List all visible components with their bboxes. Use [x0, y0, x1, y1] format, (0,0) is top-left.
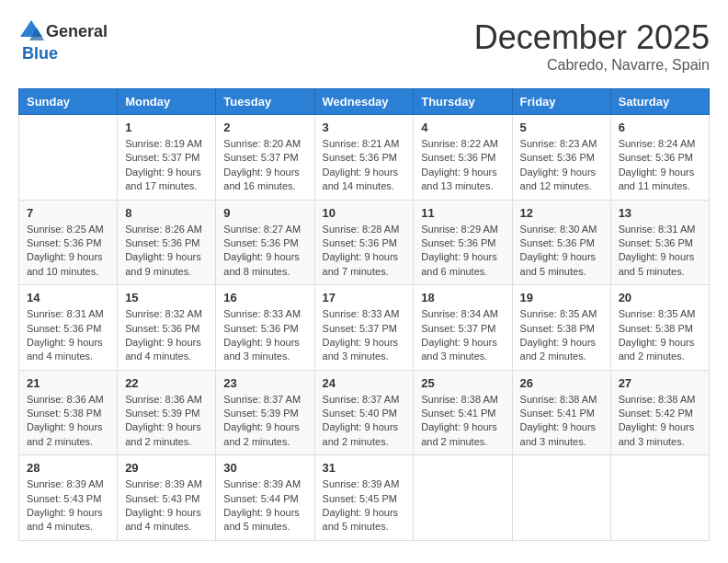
calendar-cell: 16Sunrise: 8:33 AM Sunset: 5:36 PM Dayli… — [216, 285, 314, 371]
month-title: December 2025 — [474, 18, 710, 57]
day-info: Sunrise: 8:29 AM Sunset: 5:36 PM Dayligh… — [421, 223, 504, 280]
logo-general: General — [46, 22, 108, 41]
weekday-header-thursday: Thursday — [414, 89, 512, 115]
day-info: Sunrise: 8:35 AM Sunset: 5:38 PM Dayligh… — [520, 307, 603, 364]
day-number: 24 — [323, 376, 406, 390]
calendar-cell: 3Sunrise: 8:21 AM Sunset: 5:36 PM Daylig… — [314, 115, 414, 201]
weekday-header-row: SundayMondayTuesdayWednesdayThursdayFrid… — [19, 89, 710, 115]
day-info: Sunrise: 8:19 AM Sunset: 5:37 PM Dayligh… — [125, 137, 208, 194]
calendar-cell — [512, 455, 610, 541]
calendar-cell: 19Sunrise: 8:35 AM Sunset: 5:38 PM Dayli… — [512, 285, 610, 371]
calendar-table: SundayMondayTuesdayWednesdayThursdayFrid… — [18, 88, 710, 541]
day-number: 9 — [223, 206, 306, 220]
calendar-cell: 7Sunrise: 8:25 AM Sunset: 5:36 PM Daylig… — [19, 200, 118, 285]
calendar-cell: 12Sunrise: 8:30 AM Sunset: 5:36 PM Dayli… — [512, 200, 610, 285]
logo: General Blue — [18, 18, 108, 63]
day-number: 17 — [323, 291, 406, 304]
title-block: December 2025 Cabredo, Navarre, Spain — [474, 18, 710, 74]
day-info: Sunrise: 8:31 AM Sunset: 5:36 PM Dayligh… — [27, 307, 109, 364]
day-number: 19 — [520, 291, 603, 304]
calendar-cell: 6Sunrise: 8:24 AM Sunset: 5:36 PM Daylig… — [610, 115, 709, 201]
weekday-header-tuesday: Tuesday — [216, 89, 314, 115]
day-number: 30 — [223, 461, 306, 475]
day-info: Sunrise: 8:33 AM Sunset: 5:36 PM Dayligh… — [223, 307, 306, 364]
page-header: General Blue December 2025 Cabredo, Nava… — [18, 18, 710, 74]
day-info: Sunrise: 8:27 AM Sunset: 5:36 PM Dayligh… — [223, 223, 306, 280]
day-info: Sunrise: 8:38 AM Sunset: 5:41 PM Dayligh… — [421, 393, 504, 450]
calendar-cell: 11Sunrise: 8:29 AM Sunset: 5:36 PM Dayli… — [414, 200, 512, 285]
calendar-week-row: 1Sunrise: 8:19 AM Sunset: 5:37 PM Daylig… — [19, 115, 710, 201]
calendar-week-row: 7Sunrise: 8:25 AM Sunset: 5:36 PM Daylig… — [19, 200, 710, 285]
day-number: 3 — [323, 121, 406, 134]
calendar-cell: 2Sunrise: 8:20 AM Sunset: 5:37 PM Daylig… — [216, 115, 314, 201]
calendar-cell — [19, 115, 118, 201]
day-number: 23 — [223, 376, 306, 390]
day-info: Sunrise: 8:20 AM Sunset: 5:37 PM Dayligh… — [223, 137, 306, 194]
day-number: 18 — [421, 291, 504, 304]
day-number: 21 — [27, 376, 109, 390]
day-number: 10 — [323, 206, 406, 220]
day-info: Sunrise: 8:23 AM Sunset: 5:36 PM Dayligh… — [520, 137, 603, 194]
calendar-week-row: 28Sunrise: 8:39 AM Sunset: 5:43 PM Dayli… — [19, 455, 710, 541]
calendar-week-row: 14Sunrise: 8:31 AM Sunset: 5:36 PM Dayli… — [19, 285, 710, 371]
day-info: Sunrise: 8:34 AM Sunset: 5:37 PM Dayligh… — [421, 307, 504, 364]
weekday-header-saturday: Saturday — [610, 89, 709, 115]
day-info: Sunrise: 8:31 AM Sunset: 5:36 PM Dayligh… — [619, 223, 701, 280]
day-info: Sunrise: 8:32 AM Sunset: 5:36 PM Dayligh… — [125, 307, 208, 364]
day-number: 27 — [619, 376, 701, 390]
day-info: Sunrise: 8:36 AM Sunset: 5:38 PM Dayligh… — [27, 393, 109, 450]
day-number: 22 — [125, 376, 208, 390]
day-info: Sunrise: 8:37 AM Sunset: 5:40 PM Dayligh… — [323, 393, 406, 450]
day-info: Sunrise: 8:38 AM Sunset: 5:42 PM Dayligh… — [619, 393, 701, 450]
day-info: Sunrise: 8:37 AM Sunset: 5:39 PM Dayligh… — [223, 393, 306, 450]
day-number: 8 — [125, 206, 208, 220]
calendar-cell — [414, 455, 512, 541]
calendar-cell: 13Sunrise: 8:31 AM Sunset: 5:36 PM Dayli… — [610, 200, 709, 285]
day-info: Sunrise: 8:38 AM Sunset: 5:41 PM Dayligh… — [520, 393, 603, 450]
calendar-cell: 17Sunrise: 8:33 AM Sunset: 5:37 PM Dayli… — [314, 285, 414, 371]
day-number: 7 — [27, 206, 109, 220]
calendar-cell: 23Sunrise: 8:37 AM Sunset: 5:39 PM Dayli… — [216, 370, 314, 455]
calendar-cell: 29Sunrise: 8:39 AM Sunset: 5:43 PM Dayli… — [118, 455, 216, 541]
logo-blue: Blue — [22, 44, 58, 63]
day-info: Sunrise: 8:30 AM Sunset: 5:36 PM Dayligh… — [520, 223, 603, 280]
weekday-header-monday: Monday — [118, 89, 216, 115]
calendar-cell: 10Sunrise: 8:28 AM Sunset: 5:36 PM Dayli… — [314, 200, 414, 285]
day-number: 11 — [421, 206, 504, 220]
day-number: 26 — [520, 376, 603, 390]
calendar-cell: 27Sunrise: 8:38 AM Sunset: 5:42 PM Dayli… — [610, 370, 709, 455]
day-number: 2 — [223, 121, 306, 134]
day-info: Sunrise: 8:39 AM Sunset: 5:44 PM Dayligh… — [223, 477, 306, 534]
day-info: Sunrise: 8:39 AM Sunset: 5:43 PM Dayligh… — [125, 477, 208, 534]
calendar-cell: 26Sunrise: 8:38 AM Sunset: 5:41 PM Dayli… — [512, 370, 610, 455]
day-info: Sunrise: 8:21 AM Sunset: 5:36 PM Dayligh… — [323, 137, 406, 194]
day-info: Sunrise: 8:36 AM Sunset: 5:39 PM Dayligh… — [125, 393, 208, 450]
calendar-cell: 15Sunrise: 8:32 AM Sunset: 5:36 PM Dayli… — [118, 285, 216, 371]
weekday-header-wednesday: Wednesday — [314, 89, 414, 115]
calendar-cell: 14Sunrise: 8:31 AM Sunset: 5:36 PM Dayli… — [19, 285, 118, 371]
calendar-cell: 28Sunrise: 8:39 AM Sunset: 5:43 PM Dayli… — [19, 455, 118, 541]
location-subtitle: Cabredo, Navarre, Spain — [474, 57, 710, 74]
calendar-week-row: 21Sunrise: 8:36 AM Sunset: 5:38 PM Dayli… — [19, 370, 710, 455]
calendar-cell: 4Sunrise: 8:22 AM Sunset: 5:36 PM Daylig… — [414, 115, 512, 201]
day-info: Sunrise: 8:39 AM Sunset: 5:45 PM Dayligh… — [323, 477, 406, 534]
day-number: 25 — [421, 376, 504, 390]
calendar-cell: 9Sunrise: 8:27 AM Sunset: 5:36 PM Daylig… — [216, 200, 314, 285]
day-number: 20 — [619, 291, 701, 304]
calendar-cell: 30Sunrise: 8:39 AM Sunset: 5:44 PM Dayli… — [216, 455, 314, 541]
day-number: 4 — [421, 121, 504, 134]
calendar-cell: 21Sunrise: 8:36 AM Sunset: 5:38 PM Dayli… — [19, 370, 118, 455]
day-number: 16 — [223, 291, 306, 304]
calendar-cell: 24Sunrise: 8:37 AM Sunset: 5:40 PM Dayli… — [314, 370, 414, 455]
day-number: 31 — [323, 461, 406, 475]
weekday-header-friday: Friday — [512, 89, 610, 115]
day-info: Sunrise: 8:26 AM Sunset: 5:36 PM Dayligh… — [125, 223, 208, 280]
calendar-cell: 31Sunrise: 8:39 AM Sunset: 5:45 PM Dayli… — [314, 455, 414, 541]
day-number: 28 — [27, 461, 109, 475]
day-number: 6 — [619, 121, 701, 134]
calendar-cell: 18Sunrise: 8:34 AM Sunset: 5:37 PM Dayli… — [414, 285, 512, 371]
day-info: Sunrise: 8:33 AM Sunset: 5:37 PM Dayligh… — [323, 307, 406, 364]
day-number: 13 — [619, 206, 701, 220]
day-info: Sunrise: 8:24 AM Sunset: 5:36 PM Dayligh… — [619, 137, 701, 194]
calendar-cell: 25Sunrise: 8:38 AM Sunset: 5:41 PM Dayli… — [414, 370, 512, 455]
